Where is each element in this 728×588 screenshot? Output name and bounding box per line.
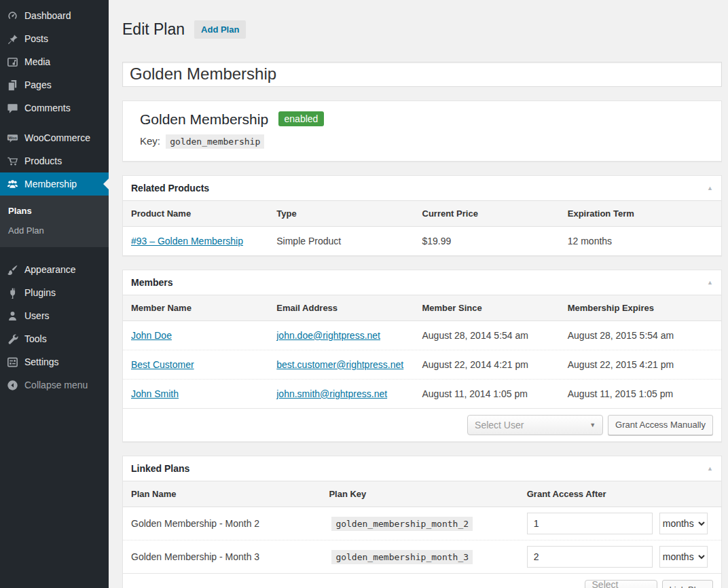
sidebar-item-label: Media	[24, 56, 50, 67]
membership-expires: August 22, 2015 4:21 pm	[568, 359, 713, 370]
member-name-link[interactable]: Best Customer	[131, 359, 194, 370]
members-footer: Select User ▼ Grant Access Manually	[123, 408, 721, 441]
column-header: Current Price	[422, 208, 568, 219]
member-email-link[interactable]: best.customer@rightpress.net	[276, 359, 403, 370]
chevron-down-icon: ▼	[589, 422, 596, 428]
sidebar-item-label: Posts	[24, 33, 48, 44]
sidebar-item-label: WooCommerce	[24, 132, 90, 143]
collapse-triangle-icon[interactable]: ▲	[707, 279, 713, 286]
collapse-triangle-icon[interactable]: ▲	[707, 185, 713, 191]
table-row: John Doe john.doe@rightpress.net August …	[123, 321, 721, 350]
plan-key-label: Key:	[140, 135, 160, 147]
column-header: Expiration Term	[568, 208, 713, 219]
linked-plan-name: Golden Membership - Month 3	[131, 551, 329, 562]
sidebar-item-label: Pages	[24, 79, 52, 90]
column-header: Membership Expires	[568, 303, 713, 313]
link-plan-button[interactable]: Link Plan	[662, 580, 713, 588]
page-header: Edit Plan Add Plan	[122, 9, 722, 50]
column-header: Member Name	[131, 303, 276, 313]
member-since: August 11, 2014 1:05 pm	[422, 388, 568, 399]
collapse-menu-icon	[5, 378, 19, 392]
linked-plan-key: golden_membership_month_2	[331, 517, 473, 531]
column-header: Email Address	[276, 303, 422, 313]
column-header: Plan Name	[131, 489, 329, 499]
table-row: Golden Membership - Month 2 golden_membe…	[123, 507, 721, 540]
grant-access-after-input[interactable]	[527, 513, 653, 534]
sidebar-item-comments[interactable]: Comments	[0, 96, 109, 120]
page-title: Edit Plan	[122, 19, 185, 39]
sidebar-item-settings[interactable]: Settings	[0, 350, 109, 373]
grant-access-manually-button[interactable]: Grant Access Manually	[608, 415, 713, 435]
main-content: Edit Plan Add Plan Golden Membership ena…	[109, 0, 728, 588]
sidebar-item-products[interactable]: Products	[0, 149, 109, 172]
member-since: August 22, 2014 4:21 pm	[422, 359, 568, 370]
sidebar-item-tools[interactable]: Tools	[0, 327, 109, 350]
sidebar-item-label: Settings	[24, 356, 59, 367]
members-panel: Members ▲ Member Name Email Address Memb…	[122, 270, 722, 442]
select-plan-placeholder: Select Plan	[592, 579, 636, 588]
grant-access-unit-select[interactable]: months	[659, 546, 708, 568]
related-products-title: Related Products	[131, 183, 209, 194]
comments-icon	[5, 101, 19, 115]
sidebar-item-users[interactable]: Users	[0, 304, 109, 327]
linked-plans-footer: Select Plan ▼ Link Plan	[123, 573, 721, 588]
users-icon	[5, 309, 19, 323]
grant-access-after-input[interactable]	[527, 546, 653, 568]
collapse-menu-button[interactable]: Collapse menu	[0, 373, 109, 397]
sidebar-item-label: Plugins	[24, 287, 56, 298]
submenu-item-add-plan[interactable]: Add Plan	[0, 221, 109, 240]
column-header: Type	[276, 208, 422, 219]
plan-name-heading: Golden Membership	[140, 111, 268, 127]
select-plan-dropdown[interactable]: Select Plan ▼	[585, 580, 657, 588]
grant-access-unit-select[interactable]: months	[659, 513, 708, 534]
member-since: August 28, 2014 5:54 am	[422, 330, 568, 341]
sidebar-item-pages[interactable]: Pages	[0, 73, 109, 96]
member-name-link[interactable]: John Smith	[131, 388, 179, 399]
membership-expires: August 11, 2015 1:05 pm	[568, 388, 713, 399]
product-link[interactable]: #93 – Golden Membership	[131, 236, 243, 246]
sidebar-item-posts[interactable]: Posts	[0, 27, 109, 50]
linked-plans-panel: Linked Plans ▲ Plan Name Plan Key Grant …	[122, 456, 722, 588]
sidebar-item-media[interactable]: Media	[0, 50, 109, 73]
sidebar-item-appearance[interactable]: Appearance	[0, 258, 109, 281]
column-header: Plan Key	[329, 489, 526, 499]
membership-submenu: Plans Add Plan	[0, 196, 109, 247]
sidebar-separator	[0, 247, 109, 258]
linked-plans-header[interactable]: Linked Plans ▲	[123, 456, 721, 481]
table-row: #93 – Golden Membership Simple Product $…	[123, 227, 721, 255]
table-row: Best Customer best.customer@rightpress.n…	[123, 350, 721, 379]
members-title: Members	[131, 277, 172, 288]
member-email-link[interactable]: john.smith@rightpress.net	[276, 388, 387, 399]
plan-summary-card: Golden Membership enabled Key: golden_me…	[122, 100, 722, 162]
admin-sidebar: Dashboard Posts Media Pages Comments Woo…	[0, 0, 109, 588]
related-products-header[interactable]: Related Products ▲	[123, 176, 721, 200]
column-header: Member Since	[422, 303, 568, 313]
collapse-menu-label: Collapse menu	[24, 380, 88, 390]
column-header: Product Name	[131, 208, 276, 219]
member-email-link[interactable]: john.doe@rightpress.net	[276, 330, 380, 341]
status-badge: enabled	[278, 111, 325, 126]
linked-plan-key: golden_membership_month_3	[331, 550, 473, 564]
table-row: Golden Membership - Month 3 golden_membe…	[123, 540, 721, 573]
related-products-panel: Related Products ▲ Product Name Type Cur…	[122, 175, 722, 256]
sidebar-item-dashboard[interactable]: Dashboard	[0, 4, 109, 27]
linked-plans-title: Linked Plans	[131, 463, 189, 474]
media-icon	[5, 55, 19, 69]
add-plan-button[interactable]: Add Plan	[194, 20, 246, 39]
select-user-dropdown[interactable]: Select User ▼	[467, 415, 603, 435]
sidebar-item-label: Dashboard	[24, 10, 71, 21]
sidebar-item-label: Membership	[24, 179, 77, 189]
sidebar-item-plugins[interactable]: Plugins	[0, 281, 109, 304]
dashboard-icon	[5, 9, 19, 22]
sidebar-item-woocommerce[interactable]: Woo WooCommerce	[0, 126, 109, 149]
plan-title-input[interactable]	[122, 62, 722, 87]
submenu-item-plans[interactable]: Plans	[0, 201, 109, 221]
members-header[interactable]: Members ▲	[123, 270, 721, 295]
member-name-link[interactable]: John Doe	[131, 330, 172, 341]
collapse-triangle-icon[interactable]: ▲	[707, 465, 713, 472]
table-row: John Smith john.smith@rightpress.net Aug…	[123, 379, 721, 408]
related-products-column-headers: Product Name Type Current Price Expirati…	[123, 200, 721, 227]
woocommerce-icon: Woo	[5, 131, 19, 145]
sidebar-item-membership[interactable]: Membership	[0, 172, 109, 196]
sidebar-item-label: Appearance	[24, 264, 76, 275]
